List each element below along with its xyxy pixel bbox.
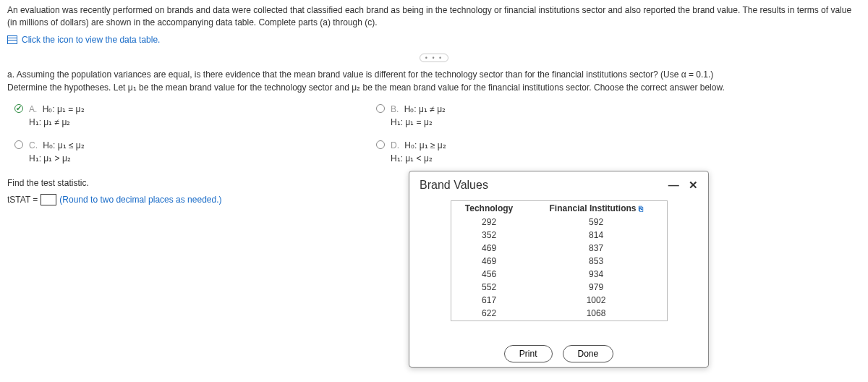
radio-d[interactable] bbox=[376, 140, 385, 149]
option-a-h0: H₀: μ₁ = μ₂ bbox=[43, 104, 85, 114]
table-icon bbox=[7, 35, 17, 44]
print-button[interactable]: Print bbox=[504, 345, 553, 362]
expand-dots[interactable]: • • • bbox=[420, 54, 448, 62]
radio-a[interactable] bbox=[14, 104, 23, 113]
option-c-h1: H₁: μ₁ > μ₂ bbox=[29, 153, 71, 164]
table-row: 456934 bbox=[453, 268, 665, 280]
table-row: 6221068 bbox=[453, 307, 665, 319]
modal-title: Brand Values bbox=[420, 179, 488, 192]
col-header-tech: Technology bbox=[453, 203, 526, 215]
done-button[interactable]: Done bbox=[563, 345, 614, 362]
table-row: 352814 bbox=[453, 229, 665, 241]
radio-c[interactable] bbox=[14, 140, 23, 149]
option-b-h0: H₀: μ₁ ≠ μ₂ bbox=[404, 104, 446, 114]
close-icon[interactable]: ✕ bbox=[689, 179, 698, 191]
option-d-h1: H₁: μ₁ < μ₂ bbox=[391, 153, 433, 164]
question-a-line2: Determine the hypotheses. Let μ₁ be the … bbox=[7, 81, 861, 94]
option-a-label: A. bbox=[29, 104, 37, 114]
hypothesis-options: A. H₀: μ₁ = μ₂ H₁: μ₁ ≠ μ₂ B. H₀: μ₁ ≠ μ… bbox=[0, 97, 723, 171]
option-b[interactable]: B. H₀: μ₁ ≠ μ₂ H₁: μ₁ = μ₂ bbox=[376, 103, 709, 129]
table-row: 469853 bbox=[453, 255, 665, 267]
data-table-link-text: Click the icon to view the data table. bbox=[22, 35, 160, 45]
option-d[interactable]: D. H₀: μ₁ ≥ μ₂ H₁: μ₁ < μ₂ bbox=[376, 139, 709, 165]
view-data-table-link[interactable]: Click the icon to view the data table. bbox=[0, 32, 868, 51]
option-c[interactable]: C. H₀: μ₁ ≤ μ₂ H₁: μ₁ > μ₂ bbox=[14, 139, 347, 165]
brand-values-table: Technology Financial Institutions⎘ 29259… bbox=[451, 200, 668, 321]
question-part-a: a. Assuming the population variances are… bbox=[0, 65, 868, 97]
radio-b[interactable] bbox=[376, 104, 385, 113]
option-a[interactable]: A. H₀: μ₁ = μ₂ H₁: μ₁ ≠ μ₂ bbox=[14, 103, 347, 129]
minimize-icon[interactable]: — bbox=[668, 179, 679, 191]
option-d-label: D. bbox=[391, 140, 399, 150]
option-c-h0: H₀: μ₁ ≤ μ₂ bbox=[43, 140, 84, 150]
tstat-input[interactable] bbox=[41, 194, 56, 205]
table-row: 292592 bbox=[453, 216, 665, 228]
problem-intro: An evaluation was recently performed on … bbox=[0, 0, 868, 32]
question-a-line1: a. Assuming the population variances are… bbox=[7, 68, 861, 81]
option-c-label: C. bbox=[29, 140, 38, 150]
table-row: 469837 bbox=[453, 242, 665, 254]
table-row: 6171002 bbox=[453, 294, 665, 306]
copy-icon[interactable]: ⎘ bbox=[639, 205, 643, 213]
option-b-h1: H₁: μ₁ = μ₂ bbox=[391, 117, 433, 127]
brand-values-modal: Brand Values — ✕ Technology Financial In… bbox=[409, 171, 709, 368]
tstat-prefix: tSTAT = bbox=[7, 195, 38, 205]
tstat-hint: (Round to two decimal places as needed.) bbox=[59, 195, 221, 205]
option-a-h1: H₁: μ₁ ≠ μ₂ bbox=[29, 117, 70, 127]
option-d-h0: H₀: μ₁ ≥ μ₂ bbox=[404, 140, 446, 150]
col-header-fin: Financial Institutions⎘ bbox=[527, 203, 665, 215]
table-row: 552979 bbox=[453, 281, 665, 293]
option-b-label: B. bbox=[391, 104, 399, 114]
